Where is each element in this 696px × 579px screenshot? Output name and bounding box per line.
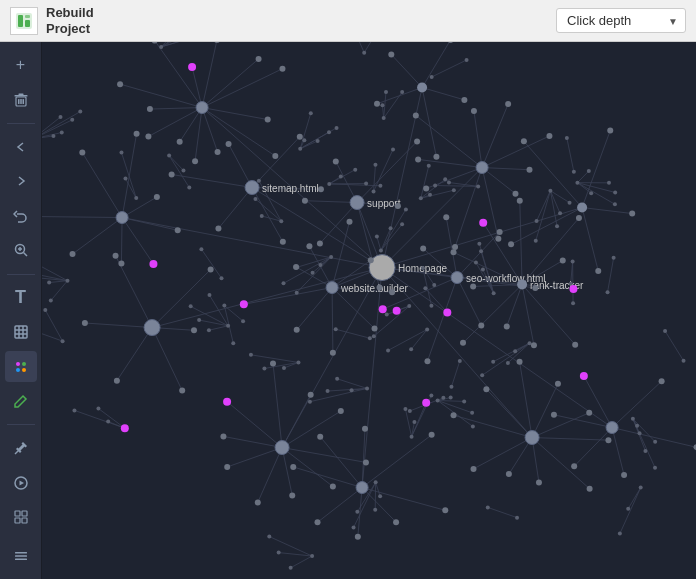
svg-rect-5 (18, 99, 20, 104)
text-icon[interactable]: T (5, 283, 37, 313)
pin-icon[interactable] (5, 433, 37, 463)
svg-rect-27 (22, 511, 27, 516)
main-area: + (0, 42, 696, 579)
svg-rect-30 (15, 552, 27, 554)
svg-point-20 (22, 362, 26, 366)
svg-rect-29 (22, 518, 27, 523)
forward-icon[interactable] (5, 166, 37, 196)
divider-2 (7, 274, 35, 275)
back-icon[interactable] (5, 132, 37, 162)
divider-3 (7, 424, 35, 425)
graph-canvas (42, 42, 696, 579)
logo-icon (14, 11, 34, 31)
play-icon[interactable] (5, 468, 37, 498)
svg-rect-2 (25, 20, 30, 27)
header-title: Rebuild Project (46, 5, 94, 36)
click-depth-dropdown[interactable]: Click depthPage depthPage rank (556, 8, 686, 33)
svg-rect-26 (15, 511, 20, 516)
paint-icon[interactable] (5, 351, 37, 381)
svg-rect-28 (15, 518, 20, 523)
header: Rebuild Project Click depthPage depthPag… (0, 0, 696, 42)
header-right: Click depthPage depthPage rank ▼ (556, 8, 686, 33)
frame-icon[interactable] (5, 317, 37, 347)
svg-line-23 (15, 450, 19, 454)
svg-point-22 (22, 368, 26, 372)
header-left: Rebuild Project (10, 5, 94, 36)
grid-icon[interactable] (5, 502, 37, 532)
svg-rect-31 (15, 555, 27, 557)
search-zoom-icon[interactable] (5, 235, 37, 265)
svg-point-19 (16, 362, 20, 366)
svg-point-21 (16, 368, 20, 372)
svg-rect-7 (22, 99, 24, 104)
svg-rect-32 (15, 558, 27, 560)
dropdown-wrapper[interactable]: Click depthPage depthPage rank ▼ (556, 8, 686, 33)
menu-icon[interactable] (5, 541, 37, 571)
svg-rect-14 (15, 326, 27, 338)
svg-rect-6 (20, 99, 22, 104)
logo-box (10, 7, 38, 35)
undo-icon[interactable] (5, 201, 37, 231)
sidebar: + (0, 42, 42, 579)
add-icon[interactable]: + (5, 50, 37, 80)
svg-rect-8 (14, 95, 27, 97)
svg-marker-25 (19, 480, 24, 485)
graph-canvas-area[interactable] (42, 42, 696, 579)
svg-rect-1 (18, 15, 23, 27)
divider-1 (7, 123, 35, 124)
svg-rect-3 (25, 15, 30, 18)
delete-icon[interactable] (5, 84, 37, 114)
svg-rect-9 (18, 93, 23, 95)
svg-line-11 (23, 253, 27, 257)
edit-icon[interactable] (5, 386, 37, 416)
